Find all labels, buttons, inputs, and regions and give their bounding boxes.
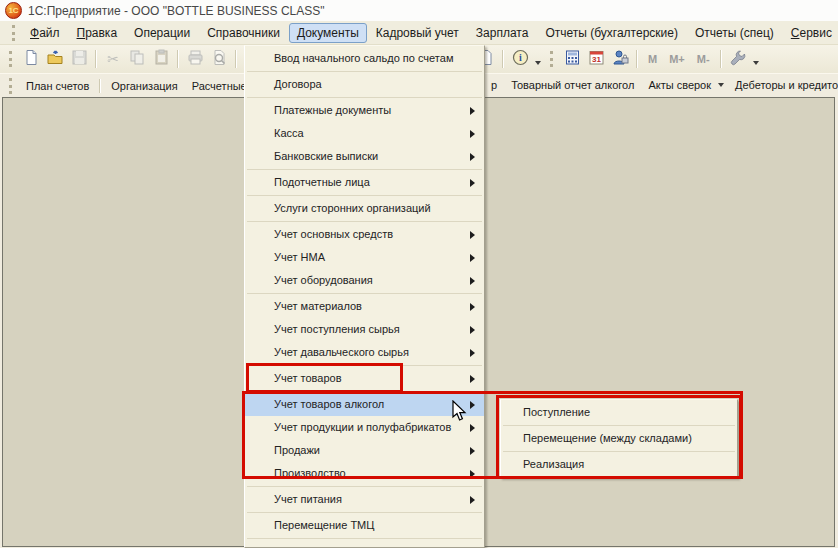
chevron-down-icon[interactable] [753, 61, 759, 65]
submenu-arrow-icon [470, 349, 475, 357]
documents-menu-item[interactable]: Учет товаров [245, 367, 484, 390]
toolbar-grip-icon[interactable] [9, 78, 12, 94]
title-bar: 1С 1С:Предприятие - ООО "BOTTLE BUSINESS… [0, 0, 838, 21]
svg-text:i: i [519, 52, 522, 63]
menu-separator [247, 538, 482, 539]
menubar-item-active[interactable]: Документы [289, 23, 367, 43]
menu-bar: ФайлПравкаОперацииСправочникиДокументыКа… [0, 21, 838, 45]
documents-menu-item[interactable]: Ввод начального сальдо по счетам [245, 47, 484, 70]
documents-menu-item[interactable]: Перемещение ТМЦ [245, 514, 484, 537]
toolbar-text-button[interactable]: Акты сверок [641, 76, 718, 94]
toolbar-separator [95, 50, 97, 68]
print-preview-button[interactable] [208, 48, 230, 70]
documents-menu-item[interactable]: Учет питания [245, 488, 484, 511]
submenu-arrow-icon [470, 375, 475, 383]
user-permissions-button[interactable] [609, 48, 631, 70]
cut-icon: ✂ [107, 50, 119, 68]
menu-item-label: Учет питания [274, 493, 342, 505]
menubar-item[interactable]: Отчеты (спец) [687, 23, 782, 43]
documents-menu-item-selected[interactable]: Учет товаров алкогол [245, 393, 484, 416]
alcohol-submenu-item[interactable]: Перемещение (между складами) [501, 427, 737, 450]
chevron-down-icon[interactable] [718, 83, 724, 87]
main-toolbar-right: i31MM+M- [474, 45, 762, 73]
documents-menu-item[interactable]: Банковские выписки [245, 145, 484, 168]
menu-item-label: Перемещение ТМЦ [274, 519, 374, 531]
new-document-button[interactable] [20, 48, 42, 70]
documents-menu-item[interactable]: Договора [245, 73, 484, 96]
menu-separator [247, 365, 482, 366]
documents-menu-item[interactable]: Продажи [245, 439, 484, 462]
documents-menu-item[interactable]: Учет материалов [245, 295, 484, 318]
menu-item-label: Учет товаров [274, 372, 342, 384]
alcohol-submenu-item[interactable]: Поступление [501, 401, 737, 424]
calculator-icon [564, 49, 581, 70]
wrench-button[interactable] [727, 48, 749, 70]
menubar-item[interactable]: Операции [126, 23, 198, 43]
menubar-item[interactable]: Правка [69, 23, 126, 43]
info-icon: i [512, 49, 529, 70]
menu-item-label: Подотчетные лица [274, 176, 370, 188]
calendar-button[interactable]: 31 [585, 48, 607, 70]
alcohol-submenu-item[interactable]: Реализация [501, 453, 737, 476]
documents-menu-item[interactable]: Перевод ТМЦ на другие ЕИ [245, 540, 484, 548]
submenu-arrow-icon [470, 447, 475, 455]
memory-button[interactable]: M [642, 53, 663, 65]
memory-button[interactable]: M- [691, 53, 716, 65]
submenu-arrow-icon [470, 401, 475, 409]
documents-menu-item[interactable]: Учет оборудования [245, 269, 484, 292]
calculator-button[interactable] [561, 48, 583, 70]
menubar-item[interactable]: Сервис [783, 23, 838, 43]
menu-item-label: Учет давальческого сырья [274, 346, 409, 358]
submenu-arrow-icon [470, 496, 475, 504]
submenu-arrow-icon [470, 424, 475, 432]
chevron-down-icon[interactable] [535, 61, 541, 65]
documents-menu-item[interactable]: Касса [245, 122, 484, 145]
open-file-icon [47, 49, 64, 70]
toolbar-text-button[interactable]: Организация [104, 77, 184, 95]
documents-menu-item[interactable]: Подотчетные лица [245, 171, 484, 194]
menubar-item[interactable]: Файл [22, 23, 68, 43]
application-window: 1С 1С:Предприятие - ООО "BOTTLE BUSINESS… [0, 0, 838, 548]
save-button[interactable] [68, 48, 90, 70]
menu-separator [503, 425, 735, 426]
copy-button[interactable] [126, 48, 148, 70]
print-button[interactable] [184, 48, 206, 70]
print-preview-icon [211, 49, 228, 70]
menu-separator [247, 512, 482, 513]
submenu-arrow-icon [470, 153, 475, 161]
submenu-arrow-icon [470, 326, 475, 334]
toolbar-separator [636, 50, 638, 68]
open-file-button[interactable] [44, 48, 66, 70]
toolbar-grip-icon[interactable] [550, 51, 553, 67]
toolbar-text-button[interactable]: р [484, 76, 504, 94]
toolbar-text-button[interactable]: План счетов [19, 77, 96, 95]
documents-menu-item[interactable]: Учет давальческого сырья [245, 341, 484, 364]
documents-menu-item[interactable]: Производство [245, 462, 484, 485]
user-permissions-icon [612, 49, 629, 70]
documents-menu-item[interactable]: Услуги сторонних организаций [245, 197, 484, 220]
toolbar-grip-icon[interactable] [9, 51, 12, 67]
menubar-item[interactable]: Отчеты (бухгалтерские) [537, 23, 686, 43]
new-document-icon [23, 49, 40, 70]
documents-menu-item[interactable]: Учет НМА [245, 246, 484, 269]
info-button[interactable]: i [509, 48, 531, 70]
menubar-item[interactable]: Справочники [199, 23, 288, 43]
copy-icon [129, 49, 146, 70]
toolbar-text-button[interactable]: Товарный отчет алкогол [504, 76, 641, 94]
menubar-item[interactable]: Зарплата [468, 23, 537, 43]
documents-menu-item[interactable]: Платежные документы [245, 99, 484, 122]
documents-menu-item[interactable]: Учет поступления сырья [245, 318, 484, 341]
toolbar-text-button[interactable]: Дебеторы и кредиторы [728, 76, 838, 94]
memory-button[interactable]: M+ [663, 53, 691, 65]
documents-menu-item[interactable]: Учет продукции и полуфабрикатов [245, 416, 484, 439]
menu-item-label: Продажи [274, 444, 320, 456]
toolbar-grip-icon[interactable] [12, 25, 15, 41]
paste-button[interactable] [150, 48, 172, 70]
documents-menu-item[interactable]: Учет основных средств [245, 223, 484, 246]
menu-separator [247, 97, 482, 98]
cut-button[interactable]: ✂ [102, 48, 124, 70]
menubar-item[interactable]: Кадровый учет [368, 23, 467, 43]
menu-item-label: Учет поступления сырья [274, 323, 400, 335]
reports-toolbar-right: рТоварный отчет алкоголАкты сверокДебето… [484, 73, 838, 97]
menu-separator [247, 169, 482, 170]
